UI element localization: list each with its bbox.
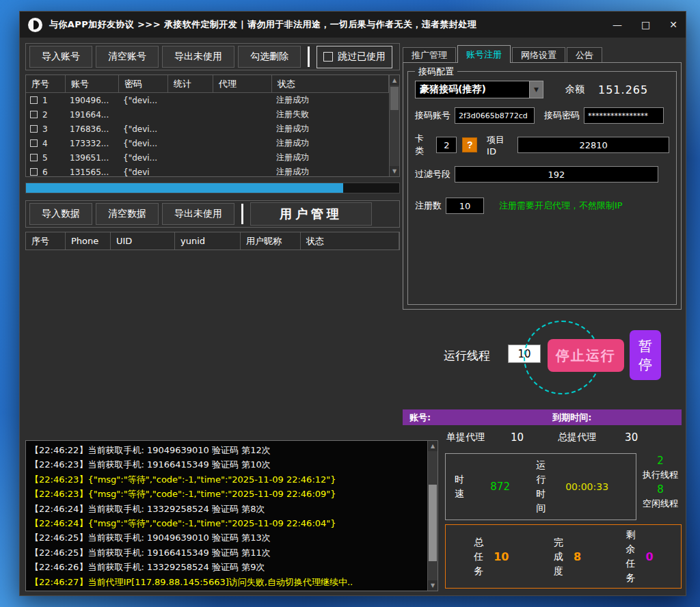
chevron-down-icon[interactable]: ▼ bbox=[529, 81, 543, 98]
tab[interactable]: 公告 bbox=[567, 47, 602, 63]
toolbar-button[interactable]: 清空数据 bbox=[96, 203, 159, 225]
sms-provider-value: 豪猪接码(推荐) bbox=[416, 83, 529, 96]
pause-button[interactable]: 暂停 bbox=[630, 330, 661, 380]
window-title: 与你APP加好友协议 >>> 承接软件定制开发 | 请勿用于非法用途，一切后果与… bbox=[49, 18, 476, 31]
account-table-header: 序号账号密码统计代理状态 bbox=[26, 75, 389, 93]
toolbar-separator bbox=[241, 204, 243, 224]
row-checkbox[interactable] bbox=[30, 96, 38, 104]
row-checkbox[interactable] bbox=[30, 168, 38, 176]
sms-password-label: 接码密码 bbox=[544, 109, 580, 122]
toolbar-button[interactable]: 导出未使用 bbox=[162, 203, 234, 225]
title-bar[interactable]: 与你APP加好友协议 >>> 承接软件定制开发 | 请勿用于非法用途，一切后果与… bbox=[20, 12, 686, 38]
total-tasks-label: 总任务 bbox=[473, 535, 484, 578]
log-line: 【22:46:27】当前代理IP[117.89.88.145:5663]访问失败… bbox=[30, 575, 423, 589]
tab-bar: 推广管理账号注册网络设置公告 bbox=[403, 45, 604, 63]
skip-used-checkbox[interactable] bbox=[323, 52, 333, 62]
stop-run-button[interactable]: 停止运行 bbox=[548, 339, 624, 372]
account-status-bar: 账号: 到期时间: bbox=[403, 409, 682, 425]
log-line: 【22:46:23】{"msg":"等待","code":-1,"time":"… bbox=[30, 472, 423, 487]
account-label: 账号: bbox=[409, 412, 431, 424]
log-scrollbar[interactable]: ▲ ▼ bbox=[427, 441, 438, 591]
progress-fill bbox=[26, 183, 343, 193]
tab[interactable]: 网络设置 bbox=[512, 47, 565, 63]
help-button[interactable]: ? bbox=[462, 137, 477, 152]
sms-account-input[interactable] bbox=[455, 107, 535, 124]
user-manage-button[interactable]: 用户管理 bbox=[250, 202, 372, 226]
column-header: yunid bbox=[175, 232, 241, 249]
toolbar-button[interactable]: 导出未使用 bbox=[162, 46, 234, 68]
log-line: 【22:46:24】当前获取手机: 13329258524 验证码 第8次 bbox=[30, 502, 423, 516]
sms-password-input[interactable] bbox=[584, 107, 664, 124]
sms-config-group: 接码配置 豪猪接码(推荐) ▼ 余额 151.265 接码账号 接码密码 卡类 … bbox=[407, 71, 677, 305]
groupbox-legend: 接码配置 bbox=[415, 66, 457, 78]
log-line: 【22:46:23】{"msg":"等待","code":-1,"time":"… bbox=[30, 487, 423, 501]
done-value: 8 bbox=[574, 550, 581, 563]
progress-bar bbox=[25, 183, 400, 193]
scrollbar-thumb[interactable] bbox=[390, 87, 399, 110]
log-line: 【22:46:22】当前获取手机: 19049639010 验证码 第12次 bbox=[30, 443, 423, 457]
proxy-stats-row: 单提代理 10 总提代理 30 bbox=[446, 431, 638, 444]
skip-used-checkbox-group[interactable]: 跳过已使用 bbox=[317, 46, 392, 68]
data-toolbar: 导入数据清空数据导出未使用 用户管理 bbox=[25, 200, 400, 228]
exec-threads-value: 2 bbox=[657, 455, 664, 467]
card-type-input[interactable] bbox=[436, 137, 457, 153]
close-button[interactable]: ✕ bbox=[669, 19, 677, 30]
table-row[interactable]: 6 131565... {"devi 注册成功 bbox=[26, 165, 389, 176]
scrollbar-thumb[interactable] bbox=[429, 485, 437, 561]
account-toolbar-buttons: 导入账号清空账号导出未使用勾选删除 bbox=[29, 45, 301, 68]
minimize-button[interactable]: — bbox=[612, 19, 622, 30]
account-table-scrollbar[interactable]: ▲ ▼ bbox=[389, 75, 399, 176]
card-type-label: 卡类 bbox=[415, 133, 432, 157]
total-proxy-value: 30 bbox=[625, 431, 638, 444]
project-id-input[interactable] bbox=[517, 137, 669, 153]
filter-segment-input[interactable] bbox=[455, 166, 658, 183]
tab[interactable]: 账号注册 bbox=[457, 45, 511, 63]
app-window: 与你APP加好友协议 >>> 承接软件定制开发 | 请勿用于非法用途，一切后果与… bbox=[19, 11, 686, 596]
register-count-input[interactable] bbox=[446, 198, 484, 214]
sms-provider-select[interactable]: 豪猪接码(推荐) ▼ bbox=[415, 81, 543, 98]
table-row[interactable]: 4 173332... {"devi... 注册成功 bbox=[26, 136, 389, 150]
speed-label: 时速 bbox=[454, 472, 465, 501]
column-header: Phone bbox=[66, 232, 111, 249]
table-row[interactable]: 2 191664... 注册失败 bbox=[26, 107, 389, 122]
scroll-up-icon[interactable]: ▲ bbox=[428, 441, 438, 451]
toolbar-button[interactable]: 清空账号 bbox=[96, 46, 159, 68]
column-header: 用户昵称 bbox=[241, 232, 301, 249]
toolbar-separator bbox=[308, 46, 310, 67]
run-thread-label: 运行线程 bbox=[444, 348, 490, 364]
table-row[interactable]: 1 190496... {"devi... 注册成功 bbox=[26, 93, 389, 107]
row-checkbox[interactable] bbox=[30, 154, 38, 161]
log-line: 【22:46:25】当前获取手机: 19049639010 验证码 第13次 bbox=[30, 530, 423, 545]
toolbar-button[interactable]: 勾选删除 bbox=[238, 46, 301, 68]
column-header: 状态 bbox=[272, 75, 389, 92]
scroll-down-icon[interactable]: ▼ bbox=[390, 166, 399, 176]
column-header: 序号 bbox=[26, 232, 66, 249]
user-table-header: 序号PhoneUIDyunid用户昵称状态 bbox=[25, 232, 400, 250]
log-lines: 【22:46:22】当前获取手机: 19049639010 验证码 第12次【2… bbox=[26, 441, 427, 591]
table-row[interactable]: 5 139651... {"devi... 注册成功 bbox=[26, 150, 389, 165]
tab[interactable]: 推广管理 bbox=[403, 47, 456, 63]
maximize-button[interactable]: □ bbox=[641, 19, 650, 30]
account-table-body: 1 190496... {"devi... 注册成功 2 191664... bbox=[26, 93, 389, 176]
log-line: 【22:46:24】{"msg":"等待","code":-1,"time":"… bbox=[30, 516, 423, 530]
row-checkbox[interactable] bbox=[30, 139, 38, 147]
row-checkbox[interactable] bbox=[30, 125, 38, 133]
threads-column: 2 执行线程 8 空闲线程 bbox=[641, 455, 680, 510]
account-toolbar: 导入账号清空账号导出未使用勾选删除 跳过已使用 bbox=[25, 43, 400, 70]
idle-threads-value: 8 bbox=[657, 483, 664, 496]
total-proxy-label: 总提代理 bbox=[558, 431, 596, 444]
expire-time-label: 到期时间: bbox=[552, 412, 591, 424]
row-checkbox[interactable] bbox=[30, 111, 38, 118]
scroll-down-icon[interactable]: ▼ bbox=[428, 580, 438, 591]
column-header: 代理 bbox=[213, 75, 272, 92]
log-line: 【22:46:26】当前获取手机: 13329258524 验证码 第9次 bbox=[30, 560, 423, 574]
runtime-value: 00:00:33 bbox=[546, 481, 628, 492]
column-header: 密码 bbox=[119, 75, 168, 92]
register-tab-panel: 接码配置 豪猪接码(推荐) ▼ 余额 151.265 接码账号 接码密码 卡类 … bbox=[403, 62, 682, 310]
scroll-up-icon[interactable]: ▲ bbox=[390, 75, 399, 85]
column-header: 账号 bbox=[66, 75, 119, 92]
toolbar-button[interactable]: 导入账号 bbox=[29, 46, 92, 68]
data-toolbar-buttons: 导入数据清空数据导出未使用 bbox=[29, 202, 234, 226]
toolbar-button[interactable]: 导入数据 bbox=[29, 203, 92, 225]
table-row[interactable]: 3 176836... {"devi... 注册成功 bbox=[26, 122, 389, 136]
